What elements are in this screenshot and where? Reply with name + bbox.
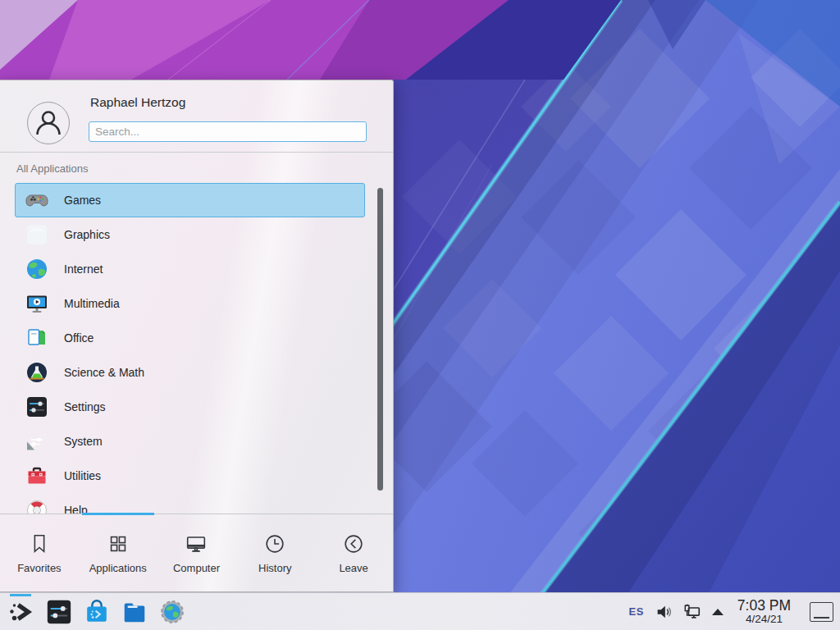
clock-date: 4/24/21 [746, 614, 783, 626]
help-icon [25, 499, 48, 514]
utilities-icon [25, 464, 48, 487]
section-label: All Applications [16, 162, 88, 175]
browser-icon [158, 598, 186, 626]
taskbar-panel: ES 7:03 PM 4/24/21 [0, 592, 840, 630]
tab-label: Leave [339, 562, 368, 574]
leave-icon [341, 532, 366, 556]
system-settings-button[interactable] [44, 597, 74, 627]
tab-favorites[interactable]: Favorites [0, 514, 79, 591]
settings-icon [25, 395, 48, 418]
science-icon [25, 361, 48, 384]
games-icon [25, 189, 48, 212]
favorites-icon [27, 532, 52, 556]
user-name: Raphael Hertzog [90, 95, 185, 110]
dolphin-file-manager-button[interactable] [120, 597, 149, 627]
category-row-utilities[interactable]: Utilities [15, 459, 365, 493]
applications-icon [106, 532, 130, 556]
list-scrollbar[interactable] [377, 188, 383, 491]
category-row-games[interactable]: Games [15, 183, 365, 217]
category-label: Graphics [64, 228, 110, 241]
category-label: Internet [64, 262, 103, 276]
category-label: Science & Math [64, 366, 144, 379]
web-browser-button[interactable] [158, 597, 187, 627]
multimedia-icon [25, 292, 48, 315]
application-launcher-menu: Raphael Hertzog All Applications GamesGr… [0, 80, 394, 592]
tab-applications[interactable]: Applications [79, 514, 158, 591]
volume-icon[interactable] [655, 603, 673, 621]
search-input[interactable] [89, 121, 367, 142]
category-label: Settings [64, 400, 106, 413]
active-tab-indicator [82, 513, 154, 515]
taskbar-launchers [0, 597, 187, 627]
desktop: Raphael Hertzog All Applications GamesGr… [0, 0, 840, 630]
expand-tray-icon[interactable] [712, 609, 724, 615]
category-row-settings[interactable]: Settings [15, 390, 365, 424]
tab-history[interactable]: History [235, 514, 314, 591]
office-icon [25, 326, 48, 349]
system-icon [25, 430, 48, 453]
tab-label: Applications [89, 562, 147, 574]
digital-clock[interactable]: 7:03 PM 4/24/21 [737, 598, 791, 625]
tab-computer[interactable]: Computer [158, 514, 236, 591]
category-row-science[interactable]: Science & Math [15, 355, 365, 390]
category-label: Games [64, 194, 101, 207]
tab-leave[interactable]: Leave [314, 514, 393, 591]
active-task-indicator [10, 594, 31, 596]
launcher-header: Raphael Hertzog [0, 80, 393, 153]
category-row-help[interactable]: Help [15, 493, 365, 514]
graphics-icon [25, 223, 48, 246]
discover-icon [83, 598, 111, 626]
clock-time: 7:03 PM [737, 598, 791, 614]
tab-label: Favorites [17, 562, 61, 574]
dolphin-icon [121, 598, 148, 626]
category-row-graphics[interactable]: Graphics [15, 217, 365, 252]
category-label: Office [64, 331, 94, 345]
launcher-tabbar: FavoritesApplicationsComputerHistoryLeav… [0, 514, 393, 591]
category-row-system[interactable]: System [15, 424, 365, 459]
category-label: Multimedia [64, 297, 120, 310]
internet-icon [25, 258, 48, 281]
history-icon [262, 532, 287, 556]
category-label: System [64, 435, 103, 448]
show-desktop-button[interactable] [810, 602, 833, 622]
network-icon[interactable] [683, 603, 701, 621]
discover-button[interactable] [82, 597, 112, 627]
category-row-multimedia[interactable]: Multimedia [15, 286, 365, 321]
computer-icon [184, 532, 208, 556]
kickoff-icon [7, 598, 35, 626]
systemsettings-icon [45, 598, 73, 626]
category-list: GamesGraphicsInternetMultimediaOfficeSci… [15, 183, 365, 514]
keyboard-layout-indicator[interactable]: ES [628, 605, 643, 618]
system-tray: ES 7:03 PM 4/24/21 [628, 598, 840, 625]
category-label: Utilities [64, 469, 101, 482]
tab-label: History [258, 562, 291, 574]
category-row-office[interactable]: Office [15, 321, 365, 355]
tab-label: Computer [173, 562, 220, 574]
category-row-internet[interactable]: Internet [15, 252, 365, 286]
user-avatar[interactable] [27, 102, 70, 144]
kickoff-launcher-button[interactable] [7, 597, 36, 627]
user-icon [30, 104, 67, 142]
